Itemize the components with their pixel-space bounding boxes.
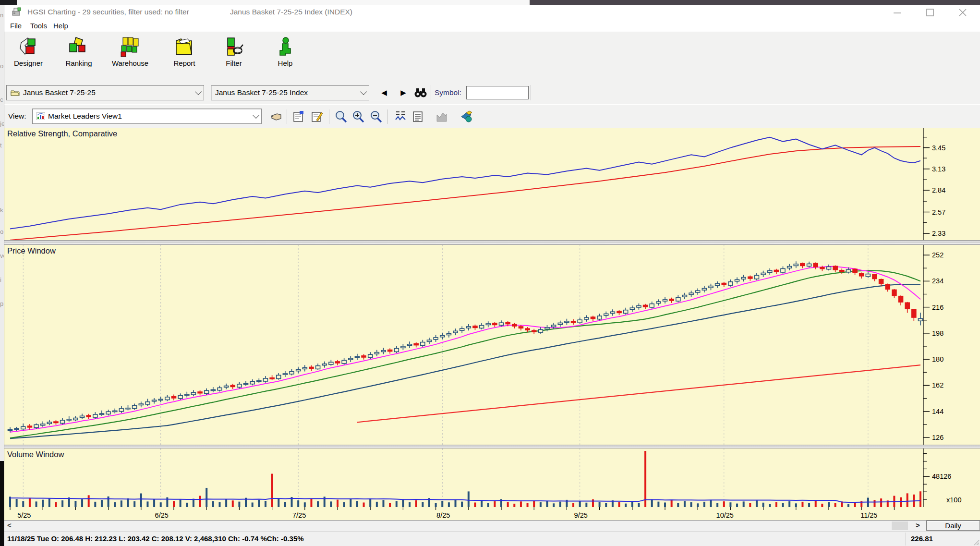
report-list-button[interactable] [410, 109, 426, 125]
title-bar: HGSI Charting - 29 securities, filter us… [4, 5, 980, 19]
panel-splitter[interactable] [4, 445, 980, 449]
hgsi-window: HGSI Charting - 29 securities, filter us… [4, 5, 980, 546]
warehouse-button[interactable]: Warehouse [107, 35, 153, 79]
volume-chart[interactable]: 48126x100 [4, 449, 980, 507]
background-text-fragment: i [0, 276, 1, 283]
price-panel[interactable]: 252234216198180162144126 Price Window [4, 245, 980, 445]
background-text-fragment: o [0, 62, 3, 70]
price-panel-title: Price Window [7, 246, 56, 255]
ranking-button[interactable]: Ranking [56, 35, 102, 79]
help-icon [274, 36, 296, 58]
rs-chart[interactable]: 3.453.132.842.572.33 [4, 128, 980, 240]
price-chart[interactable]: 252234216198180162144126 [4, 245, 980, 445]
previous-security-button[interactable]: ◀ [378, 86, 390, 99]
y-axis-label: 2.57 [932, 208, 945, 216]
report-icon [173, 36, 195, 58]
panel-splitter[interactable] [4, 240, 980, 245]
y-axis: 252234216198180162144126 [923, 245, 944, 445]
apply-view-button[interactable] [268, 109, 285, 125]
window-title: HGSI Charting - 29 securities, filter us… [27, 8, 189, 16]
y-axis-label: 180 [932, 355, 944, 363]
y-axis-label: 2.84 [932, 186, 945, 194]
indicator-columns-button[interactable] [392, 109, 409, 125]
minimize-button-icon[interactable] [890, 7, 905, 18]
hand-pointer-icon [270, 111, 283, 122]
timeframe-tab-daily[interactable]: Daily [926, 521, 980, 531]
toolbar-button-label: Help [262, 59, 308, 67]
symbol-input[interactable] [466, 86, 529, 99]
volume-ma [10, 498, 920, 502]
background-text-fragment: p [0, 300, 3, 307]
view-dropdown[interactable]: Market Leaders View1 [32, 109, 262, 124]
y-axis-label: 198 [932, 329, 944, 337]
toolbar-button-label: Report [161, 59, 207, 67]
print-chart-button[interactable] [459, 109, 475, 125]
menu-help[interactable]: Help [50, 21, 71, 31]
gray-chart-icon [435, 110, 448, 123]
y-axis-label: 3.13 [932, 165, 945, 173]
trend-line-200day [357, 365, 920, 422]
folder-icon [11, 89, 20, 97]
volume-unit-label: x100 [946, 496, 961, 504]
security-dropdown[interactable]: Janus Basket 7-25-25 Index [211, 85, 369, 100]
date-axis-ticks: 5/256/257/258/259/2510/2511/25 [4, 507, 980, 520]
month-label: 8/25 [436, 511, 450, 519]
month-gridlines [23, 449, 868, 507]
volume-panel[interactable]: 48126x100 Volume Window [4, 449, 980, 507]
toolbar-button-label: Warehouse [107, 59, 153, 67]
background-black-block [0, 461, 4, 546]
y-axis-label: 162 [932, 381, 944, 389]
chart-view-icon [36, 112, 45, 120]
volume-panel-title: Volume Window [7, 450, 64, 459]
resize-grip[interactable] [973, 539, 980, 546]
basket-dropdown[interactable]: Janus Basket 7-25-25 [6, 85, 204, 100]
month-label: 6/25 [155, 511, 169, 519]
background-left-sliver: nocjetkoveip [0, 5, 4, 546]
scrollbar-thumb[interactable] [892, 522, 908, 530]
screen: nocjetkoveip HGSI Charting - 29 securiti… [0, 0, 980, 546]
y-axis-label: 48126 [932, 473, 951, 480]
y-axis: 3.453.132.842.572.33 [923, 128, 945, 240]
filter-button[interactable]: Filter [211, 35, 257, 79]
scroll-right-arrow[interactable]: > [916, 521, 920, 529]
basket-dropdown-value: Janus Basket 7-25-25 [23, 88, 96, 97]
find-binoculars-icon[interactable] [413, 86, 428, 99]
maximize-button-icon[interactable] [923, 7, 937, 18]
columns-wave-icon [394, 110, 407, 123]
magnifier-plus-icon [351, 110, 365, 123]
symbol-label: Symbol: [435, 88, 461, 97]
background-dark-band [530, 0, 980, 5]
relative-strength-panel[interactable]: 3.453.132.842.572.33 Relative Strength, … [4, 128, 980, 240]
chart-scrollbar[interactable]: < > Daily [4, 521, 980, 532]
warehouse-icon [119, 36, 141, 58]
zoom-button[interactable] [333, 109, 349, 125]
background-text-fragment: t [0, 142, 2, 149]
month-gridlines [23, 245, 868, 445]
chevron-down-icon [253, 112, 259, 119]
scroll-left-arrow[interactable]: < [7, 521, 12, 529]
separator [287, 109, 287, 124]
zoom-in-button[interactable] [350, 109, 366, 125]
status-bar: 11/18/25 Tue O: 206.48 H: 212.23 L: 203.… [4, 531, 980, 546]
report-button[interactable]: Report [161, 35, 207, 79]
chevron-down-icon [195, 88, 202, 95]
help-button[interactable]: Help [262, 35, 308, 79]
y-axis-label: 252 [932, 251, 944, 259]
ohlc-status-text: 11/18/25 Tue O: 206.48 H: 212.23 L: 203.… [7, 534, 304, 543]
view-properties-button[interactable] [290, 109, 307, 125]
month-label: 9/25 [574, 511, 588, 519]
separator [429, 109, 429, 124]
edit-view-button[interactable] [309, 109, 325, 125]
menu-tools[interactable]: Tools [27, 21, 50, 31]
zoom-out-button[interactable] [368, 109, 384, 125]
next-security-button[interactable]: ▶ [397, 86, 410, 99]
y-axis-label: 3.45 [932, 144, 945, 152]
background-text-fragment: k [0, 206, 3, 214]
menu-file[interactable]: File [7, 21, 24, 31]
view-dropdown-value: Market Leaders View1 [48, 112, 122, 121]
close-button-icon[interactable] [956, 7, 970, 18]
designer-button[interactable]: Designer [5, 35, 51, 79]
background-text-fragment: n [0, 12, 3, 19]
separator [905, 533, 906, 546]
chart-disabled-button[interactable] [434, 109, 450, 125]
